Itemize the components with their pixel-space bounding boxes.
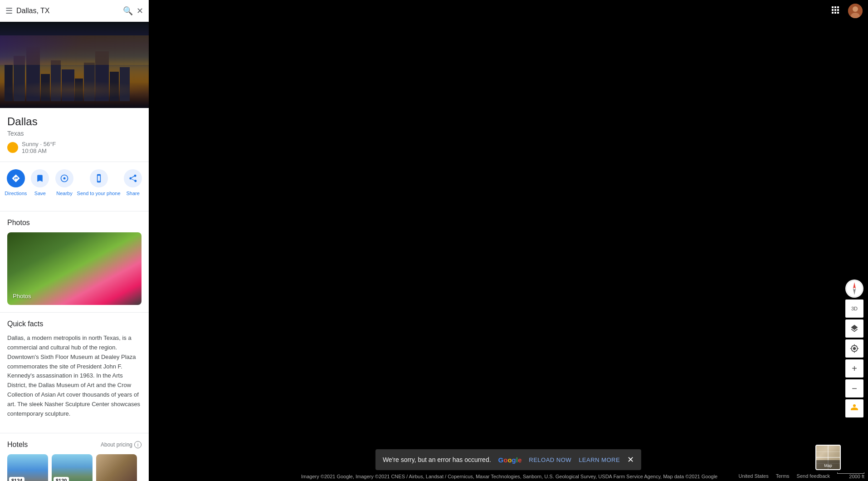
hotels-header: Hotels About pricing i: [7, 441, 141, 449]
weather-time: 10:08 AM: [22, 147, 56, 154]
zoom-out-icon: −: [852, 383, 857, 394]
map-bottom-bar: Imagery ©2021 Google, Imagery ©2021 CNES…: [297, 471, 868, 481]
svg-point-0: [63, 177, 65, 180]
compass-button[interactable]: [845, 280, 863, 298]
map-attribution: Imagery ©2021 Google, Imagery ©2021 CNES…: [301, 474, 717, 479]
hotels-section: Hotels About pricing i $124 $120: [0, 441, 149, 481]
hotel-card-1[interactable]: $124: [7, 454, 48, 481]
hotel-image-2: $120: [52, 454, 93, 481]
directions-button[interactable]: Directions: [4, 169, 28, 196]
about-pricing-label: About pricing: [101, 442, 132, 448]
send-feedback-link[interactable]: Send feedback: [797, 473, 830, 479]
search-bar: ☰ 🔍 ✕: [0, 0, 149, 22]
weather-condition: Sunny · 56°F: [22, 141, 56, 147]
layers-button[interactable]: [845, 319, 863, 338]
search-input[interactable]: [16, 7, 119, 15]
street-view-button[interactable]: [845, 399, 863, 417]
hotel-card-3[interactable]: [96, 454, 137, 481]
nearby-label: Nearby: [56, 190, 72, 196]
hotel-card-2[interactable]: $120: [52, 454, 93, 481]
photo-label: Photos: [13, 293, 31, 299]
quick-facts-text: Dallas, a modern metropolis in north Tex…: [7, 334, 141, 418]
svg-point-7: [853, 404, 856, 407]
quick-facts-section: Quick facts Dallas, a modern metropolis …: [0, 320, 149, 426]
zoom-in-button[interactable]: +: [845, 359, 863, 378]
place-name: Dallas: [7, 115, 141, 128]
scale-text: 2000 ft: [849, 474, 864, 479]
hotels-title: Hotels: [7, 441, 28, 449]
error-text: We're sorry, but an error has occurred.: [383, 456, 491, 463]
apps-icon[interactable]: [830, 5, 841, 18]
mini-map-label: Map: [824, 463, 832, 468]
action-buttons: Directions Save Nearby: [0, 169, 149, 204]
reload-now-button[interactable]: RELOAD NOW: [529, 456, 571, 463]
nearby-button[interactable]: Nearby: [53, 169, 76, 196]
about-pricing-button[interactable]: About pricing i: [101, 441, 141, 448]
share-icon: [124, 169, 142, 187]
nearby-icon: [55, 169, 73, 187]
send-to-phone-icon: [90, 169, 108, 187]
hotel-bg-3: [96, 454, 137, 481]
map-area[interactable]: 3D + −: [149, 0, 868, 481]
save-label: Save: [34, 190, 46, 196]
sidebar: ☰ 🔍 ✕: [0, 0, 149, 481]
photos-section: Photos Photos: [0, 219, 149, 305]
hotel-cards: $124 $120: [7, 454, 141, 481]
directions-label: Directions: [5, 190, 27, 196]
terms-link[interactable]: Terms: [776, 473, 790, 479]
divider-4: [0, 433, 149, 433]
send-to-phone-button[interactable]: Send to your phone: [77, 169, 121, 196]
send-to-phone-label: Send to your phone: [77, 190, 121, 196]
error-bar: We're sorry, but an error has occurred. …: [375, 449, 641, 470]
photos-thumbnail[interactable]: Photos: [7, 232, 141, 305]
photos-section-title: Photos: [0, 219, 149, 227]
3d-label: 3D: [851, 306, 858, 311]
learn-more-button[interactable]: LEARN MORE: [579, 456, 620, 463]
directions-icon: [7, 169, 25, 187]
place-hero-image: [0, 22, 149, 108]
user-avatar[interactable]: [848, 4, 863, 18]
clear-icon[interactable]: ✕: [137, 6, 143, 16]
divider-2: [0, 211, 149, 211]
weather-icon: [7, 142, 18, 153]
3d-button[interactable]: 3D: [845, 299, 863, 318]
save-button[interactable]: Save: [28, 169, 52, 196]
error-close-button[interactable]: ✕: [627, 455, 634, 465]
map-controls-right: 3D + −: [845, 280, 863, 417]
zoom-out-button[interactable]: −: [845, 379, 863, 398]
location-button[interactable]: [845, 339, 863, 358]
place-info: Dallas Texas Sunny · 56°F 10:08 AM: [0, 108, 149, 154]
about-pricing-info-icon: i: [134, 441, 141, 448]
share-button[interactable]: Share: [121, 169, 145, 196]
hotel-price-2: $120: [54, 477, 69, 481]
top-right-controls: [830, 4, 863, 18]
menu-icon[interactable]: ☰: [5, 6, 13, 16]
mini-map-button[interactable]: Map: [815, 445, 841, 470]
divider-3: [0, 312, 149, 313]
country-label: United States: [739, 473, 769, 479]
zoom-in-icon: +: [852, 363, 857, 374]
svg-point-2: [853, 6, 858, 12]
share-label: Share: [127, 190, 140, 196]
map-right-bottom: United States Terms Send feedback 2000 f…: [739, 472, 864, 479]
divider-1: [0, 162, 149, 162]
hotel-price-1: $124: [9, 477, 24, 481]
save-icon: [31, 169, 49, 187]
scale-bar: 2000 ft: [837, 472, 864, 479]
search-icon[interactable]: 🔍: [123, 6, 133, 16]
hotel-image-3: [96, 454, 137, 481]
quick-facts-title: Quick facts: [7, 320, 141, 328]
weather-row: Sunny · 56°F 10:08 AM: [7, 141, 141, 154]
place-state: Texas: [7, 130, 141, 137]
hotel-image-1: $124: [7, 454, 48, 481]
